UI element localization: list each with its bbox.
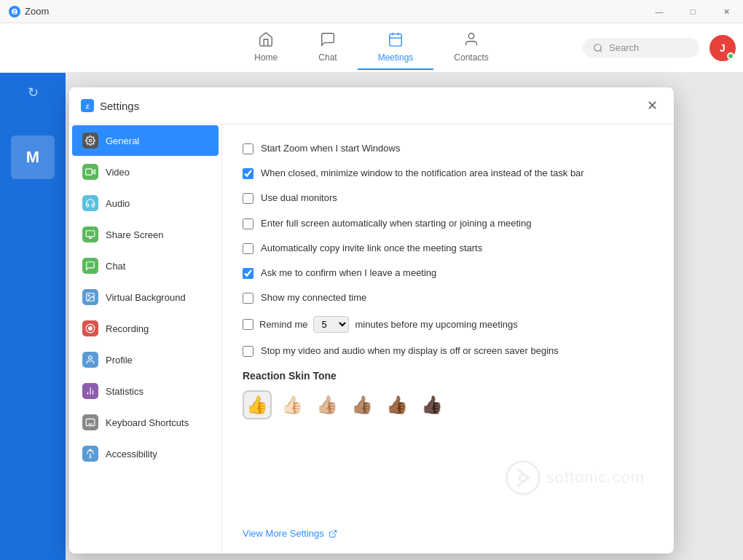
sidebar-item-profile[interactable]: Profile: [72, 344, 219, 375]
checkbox-label-connected-time[interactable]: Show my connected time: [261, 291, 366, 304]
sidebar-item-recording[interactable]: Recording: [72, 313, 219, 344]
video-icon: [82, 164, 98, 180]
sidebar-item-statistics[interactable]: Statistics: [72, 376, 219, 406]
titlebar: Z Zoom — □ ✕: [0, 0, 743, 23]
contacts-icon: [463, 31, 479, 50]
checkbox-label-fullscreen[interactable]: Enter full screen automatically when sta…: [261, 217, 531, 230]
checkbox-label-confirm-leave[interactable]: Ask me to confirm when I leave a meeting: [261, 267, 436, 280]
skin-tone-3[interactable]: 👍🏽: [347, 390, 377, 419]
sidebar-item-virtual[interactable]: Virtual Background: [72, 282, 219, 312]
sidebar-item-audio[interactable]: Audio: [72, 188, 219, 218]
audio-icon: [82, 195, 98, 211]
nav-label-contacts: Contacts: [454, 52, 488, 63]
checkbox-remind[interactable]: [243, 319, 253, 330]
sidebar-item-accessibility[interactable]: Accessibility: [72, 438, 219, 469]
sidebar-item-general[interactable]: General: [72, 125, 219, 156]
chat-icon: [82, 258, 98, 274]
window-controls: — □ ✕: [642, 0, 743, 23]
modal-overlay: Z Settings ✕: [0, 73, 743, 560]
profile-icon: [82, 352, 98, 368]
modal-titlebar: Z Settings ✕: [69, 87, 674, 125]
svg-point-21: [89, 356, 93, 360]
sidebar-label-chat: Chat: [106, 261, 125, 272]
checkbox-row-connected-time: Show my connected time: [243, 291, 653, 304]
nav-item-home[interactable]: Home: [234, 25, 298, 70]
skin-tone-4[interactable]: 👍🏾: [382, 390, 412, 419]
search-bar[interactable]: Search: [583, 38, 699, 58]
skin-tone-1[interactable]: 👍🏻: [278, 390, 307, 419]
modal-close-button[interactable]: ✕: [642, 96, 662, 115]
sidebar-label-profile: Profile: [106, 355, 133, 366]
checkbox-label-start-zoom[interactable]: Start Zoom when I start Windows: [261, 142, 400, 155]
skin-tone-0[interactable]: 👍: [243, 390, 272, 419]
accessibility-icon: [82, 446, 98, 462]
nav-label-meetings: Meetings: [378, 52, 414, 63]
general-icon: [82, 133, 98, 149]
checkbox-copy-invite[interactable]: [243, 243, 253, 254]
view-more-link[interactable]: View More Settings: [243, 528, 337, 539]
search-icon: [593, 43, 603, 53]
svg-rect-2: [390, 34, 402, 46]
recording-icon: [82, 320, 98, 336]
checkbox-connected-time[interactable]: [243, 293, 253, 304]
nav-label-home: Home: [254, 52, 278, 63]
svg-point-27: [506, 462, 539, 494]
svg-point-6: [468, 33, 473, 39]
home-icon: [258, 31, 274, 50]
sidebar-label-recording: Recording: [106, 323, 149, 334]
sidebar-label-statistics: Statistics: [106, 386, 144, 397]
modal-title: Settings: [100, 100, 139, 112]
checkbox-label-stop-video[interactable]: Stop my video and audio when my display …: [261, 344, 559, 358]
close-button[interactable]: ✕: [709, 0, 743, 23]
nav-items: Home Chat Meetings: [234, 25, 508, 70]
checkbox-confirm-leave[interactable]: [243, 268, 253, 279]
skin-tone-5[interactable]: 👍🏿: [417, 390, 447, 419]
reaction-section: Reaction Skin Tone 👍 👍🏻 👍🏼 👍🏽 👍🏾 👍🏿: [243, 370, 653, 419]
statistics-icon: [82, 383, 98, 399]
avatar[interactable]: J: [709, 35, 736, 61]
sidebar-label-keyboard: Keyboard Shortcuts: [106, 417, 189, 428]
svg-point-11: [89, 139, 92, 142]
modal-body: General Video: [69, 125, 674, 553]
main-area: ↻ M Z Settings ✕: [0, 73, 743, 560]
svg-rect-14: [86, 231, 95, 237]
sidebar-item-keyboard[interactable]: Keyboard Shortcuts: [72, 407, 219, 438]
checkbox-row-dual-monitors: Use dual monitors: [243, 192, 653, 205]
sidebar-item-video[interactable]: Video: [72, 157, 219, 187]
checkbox-row-copy-invite: Automatically copy invite link once the …: [243, 242, 653, 255]
settings-sidebar: General Video: [69, 125, 222, 553]
checkbox-stop-video[interactable]: [243, 346, 253, 357]
skin-tone-2[interactable]: 👍🏼: [312, 390, 342, 419]
nav-item-chat[interactable]: Chat: [298, 25, 357, 70]
virtual-icon: [82, 289, 98, 305]
app-logo: Z Zoom: [9, 6, 49, 17]
checkbox-row-start-zoom: Start Zoom when I start Windows: [243, 142, 653, 155]
checkbox-row-confirm-leave: Ask me to confirm when I leave a meeting: [243, 267, 653, 280]
maximize-button[interactable]: □: [676, 0, 709, 23]
modal-title-left: Z Settings: [81, 99, 139, 112]
remind-select[interactable]: 5 10 15 20: [313, 316, 349, 333]
remind-text-after: minutes before my upcoming meetings: [355, 319, 517, 330]
minimize-button[interactable]: —: [642, 0, 676, 23]
sidebar-item-chat[interactable]: Chat: [72, 251, 219, 281]
sidebar-item-sharescreen[interactable]: Share Screen: [72, 219, 219, 250]
keyboard-icon: [82, 414, 98, 430]
nav-item-meetings[interactable]: Meetings: [358, 25, 434, 70]
search-label: Search: [609, 42, 639, 53]
checkbox-start-zoom[interactable]: [243, 143, 253, 154]
checkbox-row-minimize: When closed, minimize window to the noti…: [243, 167, 653, 180]
checkbox-dual-monitors[interactable]: [243, 193, 253, 204]
sidebar-label-audio: Audio: [106, 198, 130, 209]
nav-item-contacts[interactable]: Contacts: [433, 25, 508, 70]
checkbox-fullscreen[interactable]: [243, 218, 253, 229]
checkbox-label-dual-monitors[interactable]: Use dual monitors: [261, 192, 337, 205]
checkbox-minimize[interactable]: [243, 168, 253, 179]
checkbox-label-minimize[interactable]: When closed, minimize window to the noti…: [261, 167, 584, 180]
checkbox-label-copy-invite[interactable]: Automatically copy invite link once the …: [261, 242, 482, 255]
external-link-icon: [329, 529, 337, 538]
sidebar-label-sharescreen: Share Screen: [106, 229, 164, 240]
svg-point-18: [88, 295, 90, 296]
skin-tones: 👍 👍🏻 👍🏼 👍🏽 👍🏾 👍🏿: [243, 390, 653, 419]
view-more-text: View More Settings: [243, 528, 324, 539]
chat-icon: [320, 31, 336, 50]
